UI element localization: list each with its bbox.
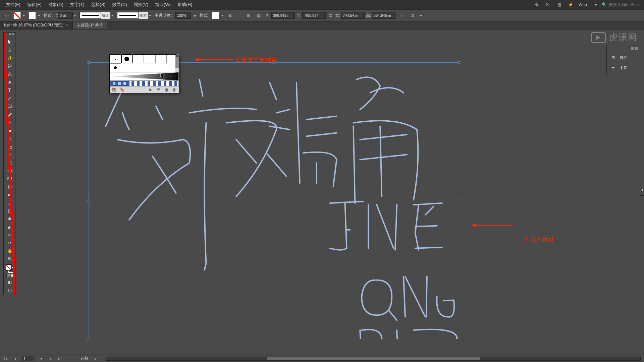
menu-file[interactable]: 文件(F) (3, 1, 23, 9)
opacity-input[interactable] (175, 12, 191, 19)
menu-view[interactable]: 视图(V) (131, 1, 151, 9)
artboard-dropdown-icon[interactable]: ▾ (39, 356, 44, 361)
draw-mode[interactable]: ◧ (4, 278, 16, 286)
brush-basic-label: 基本 (169, 74, 177, 79)
selection-box (89, 62, 459, 339)
brush-library-icon[interactable]: 📚 (112, 87, 116, 92)
document-tab-1[interactable]: k.ai* @ 16.67% (RGB/GPU 预览) × (0, 21, 73, 29)
gpu-icon[interactable]: ⚡ (567, 1, 574, 8)
stock-search-placeholder: 搜索 Adobe Stock (609, 2, 641, 8)
no-selection-icon: ▭ (3, 12, 10, 19)
link-wh-icon[interactable]: ⛓ (327, 12, 334, 19)
panel-layers[interactable]: ≣ 图层 (607, 63, 639, 73)
chevron-down-icon[interactable] (420, 15, 422, 16)
w-label: 宽: (335, 13, 340, 18)
status-flyout-icon[interactable]: ▸ (93, 356, 98, 361)
menu-effect[interactable]: 效果(C) (110, 1, 130, 9)
prev-artboard-icon[interactable]: ◂ (13, 356, 17, 361)
variable-width-profile[interactable]: 等比 (79, 12, 114, 19)
brush-panel-menu-icon[interactable]: ≡ (176, 53, 180, 57)
stock-icon[interactable]: St (544, 1, 551, 8)
bridge-icon[interactable]: Br (533, 1, 540, 8)
artwork-strokes (89, 63, 459, 339)
stroke-weight-input[interactable] (58, 12, 73, 19)
next-artboard-icon[interactable]: ▸ (48, 356, 53, 361)
menu-help[interactable]: 帮助(H) (175, 1, 195, 9)
menu-window[interactable]: 窗口(W) (152, 1, 173, 9)
control-bar: ▭ 描边: 等比 基本 不透明度: ▸ 样式: ◐ ⊞ ▦ X: 386.942 (0, 9, 644, 21)
panel-label: 属性 (620, 55, 628, 61)
stock-search[interactable]: 🔍 搜索 Adobe Stock (602, 2, 641, 8)
arrange-icon[interactable]: ▦ (556, 1, 562, 8)
brush-preset-basic[interactable]: 基本 (110, 72, 179, 81)
annotation-1-text: 1 载入素材 (525, 235, 554, 243)
profile-suffix: 等比 (101, 12, 110, 19)
h-value[interactable]: 554.645 m (372, 12, 395, 19)
panel-label: 图层 (620, 65, 628, 71)
x-value[interactable]: 386.942 m (271, 12, 295, 19)
chevron-down-icon[interactable] (22, 15, 25, 16)
remove-stroke-icon[interactable]: ✖ (148, 87, 153, 92)
brush-preset[interactable] (132, 55, 144, 63)
opacity-flyout-icon[interactable]: ▸ (194, 13, 196, 18)
annotation-text: 2 修改笔刷预设 (236, 56, 277, 64)
isolate-icon[interactable]: ⊡ (409, 12, 416, 19)
transform-icon[interactable]: ▦ (255, 12, 262, 19)
tab-label: 未标题-1* @ 5 (77, 22, 103, 28)
brush-preset[interactable] (121, 55, 132, 63)
horizontal-scrollbar[interactable] (106, 357, 641, 361)
chevron-down-icon[interactable] (221, 15, 224, 16)
align-icon[interactable]: ⊞ (245, 12, 252, 19)
style-swatch[interactable] (212, 12, 219, 19)
workspace-switcher[interactable]: Web (579, 2, 587, 7)
screen-mode[interactable]: ▢ (4, 286, 16, 294)
close-icon[interactable]: × (66, 23, 68, 28)
right-dock-toggle[interactable]: ◂ (640, 184, 644, 196)
first-artboard-icon[interactable]: I◂ (3, 356, 8, 361)
search-icon: 🔍 (602, 2, 607, 7)
chevron-down-icon[interactable] (73, 15, 76, 16)
y-value[interactable]: -488.894 (302, 12, 326, 19)
brush-definition[interactable]: 基本 (117, 12, 151, 19)
annotation-1 (471, 223, 513, 227)
delete-brush-icon[interactable]: 🗑 (172, 87, 177, 92)
menu-select[interactable]: 选择(S) (88, 1, 108, 9)
panel-properties[interactable]: ⊞ 属性 (607, 53, 639, 63)
artboard-number-input[interactable] (22, 356, 34, 361)
toolbox: ✨ T ✦ ⬚ ▦ ◫ ✱ ▭ ✂ ✋ 🔍 ◧ ▢ (3, 32, 15, 295)
right-panel-group: ⊞ 属性 ≣ 图层 (606, 45, 639, 75)
brush-preset[interactable] (110, 63, 121, 72)
y-label: Y: (296, 13, 301, 18)
menu-object[interactable]: 对象(O) (46, 1, 66, 9)
stroke-label: 描边: (44, 13, 53, 18)
fill-swatch[interactable] (13, 12, 21, 19)
brush-preset[interactable] (155, 55, 167, 63)
status-bar: I◂ ◂ ▾ ▸ ▸I 选择 ▸ (0, 355, 644, 362)
tab-label: k.ai* @ 16.67% (RGB/GPU 预览) (4, 22, 63, 28)
brush-preset[interactable] (110, 55, 121, 63)
chevron-down-icon[interactable] (38, 15, 40, 16)
menu-edit[interactable]: 编辑(E) (24, 1, 44, 9)
shape-icon[interactable]: ☆ (399, 12, 406, 19)
document-tab-2[interactable]: 未标题-1* @ 5 (73, 21, 107, 29)
brush-options-icon[interactable]: ☰ (156, 87, 161, 92)
new-brush-icon[interactable]: ▣ (164, 87, 169, 92)
stroke-swatch[interactable] (29, 12, 36, 19)
chevron-down-icon (149, 15, 151, 16)
libraries-icon[interactable]: 🔖 (120, 87, 124, 92)
annotation-2: 2 修改笔刷预设 (195, 56, 277, 64)
annotation-text: 1 载入素材 (525, 235, 554, 243)
properties-icon: ⊞ (610, 55, 616, 61)
layers-icon: ≣ (610, 65, 616, 71)
brush-suffix: 基本 (139, 12, 148, 19)
brush-preset-pattern[interactable] (110, 81, 179, 86)
recolor-icon[interactable]: ◐ (227, 12, 234, 19)
brush-preset[interactable] (144, 55, 155, 63)
x-label: X: (265, 13, 270, 18)
menu-type[interactable]: 文字(T) (67, 1, 87, 9)
h-label: 高: (366, 13, 371, 18)
fill-stroke-indicator[interactable] (4, 263, 15, 278)
last-artboard-icon[interactable]: ▸I (58, 356, 62, 361)
chevron-down-icon (111, 15, 114, 16)
w-value[interactable]: 744.54 m (341, 12, 365, 19)
